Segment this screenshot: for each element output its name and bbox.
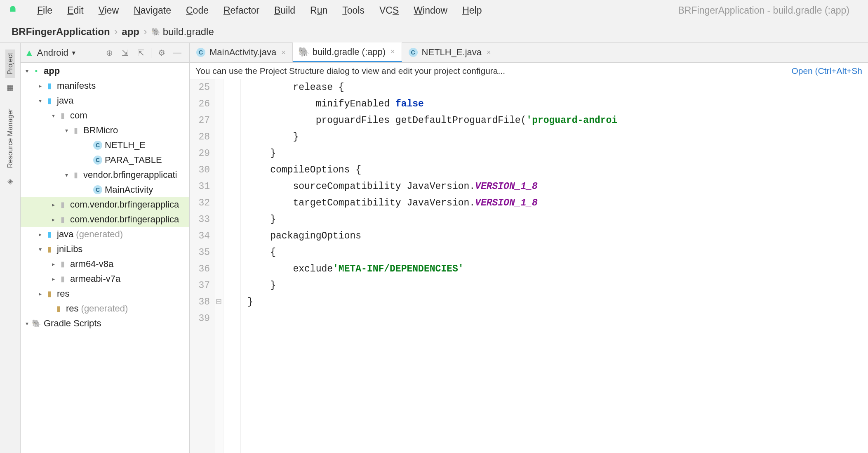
folder-icon: ▮ — [45, 229, 54, 239]
menu-edit[interactable]: Edit — [67, 5, 84, 16]
menu-file[interactable]: File — [37, 5, 52, 16]
package-icon: ▮ — [71, 125, 81, 135]
chevron-down-icon: ▾ — [49, 112, 58, 119]
tree-node-netlh[interactable]: C NETLH_E — [21, 138, 189, 153]
tab-mainactivity[interactable]: C MainActivity.java × — [190, 42, 293, 62]
project-rail-icon: ▦ — [7, 83, 14, 92]
menu-refactor[interactable]: Refactor — [223, 5, 259, 16]
chevron-right-icon: ▸ — [35, 231, 45, 238]
fold-gutter[interactable]: ⊟ — [214, 79, 223, 453]
tree-node-para-table[interactable]: C PARA_TABLE — [21, 153, 189, 168]
collapse-icon[interactable]: ⇲ — [118, 46, 132, 59]
class-icon: C — [93, 141, 102, 150]
chevron-down-icon: ▾ — [35, 97, 45, 104]
tree-node-com[interactable]: ▾ ▮ com — [21, 108, 189, 123]
package-icon: ▮ — [58, 111, 68, 120]
chevron-right-icon: ▸ — [49, 216, 58, 223]
gear-icon[interactable]: ⚙ — [155, 46, 168, 59]
tree-node-androidtest-pkg[interactable]: ▸ ▮ com.vendor.brfingerapplica — [21, 197, 189, 212]
breadcrumb-file[interactable]: build.gradle — [163, 26, 214, 38]
folder-icon: ▮ — [58, 274, 68, 284]
close-icon[interactable]: × — [390, 47, 395, 56]
expand-icon[interactable]: ⇱ — [134, 46, 147, 59]
folder-icon: ▮ — [45, 96, 54, 106]
folder-icon: ▮ — [45, 81, 54, 91]
package-icon: ▮ — [58, 200, 68, 210]
tree-node-jnilibs[interactable]: ▾ ▮ jniLibs — [21, 242, 189, 257]
menu-tools[interactable]: Tools — [342, 5, 365, 16]
folder-icon: ▮ — [54, 304, 64, 314]
tree-node-arm64[interactable]: ▸ ▮ arm64-v8a — [21, 257, 189, 271]
chevron-down-icon: ▾ — [22, 320, 31, 327]
project-tree-panel: ▲ Android ▼ ⊕ ⇲ ⇱ ⚙ — ▾ ▪ app ▸ ▮ manife… — [21, 43, 190, 453]
project-view-dropdown[interactable]: ▲ Android ▼ — [25, 47, 76, 58]
breadcrumb: BRFingerApplication › app › 🐘 build.grad… — [0, 21, 868, 43]
code-editor[interactable]: 252627282930313233343536373839 ⊟ release… — [190, 79, 868, 453]
chevron-right-icon: ▸ — [35, 290, 45, 297]
menu-vcs[interactable]: VCS — [379, 5, 399, 16]
tree-node-brmicro[interactable]: ▾ ▮ BRMicro — [21, 123, 189, 138]
tree-node-gradle-scripts[interactable]: ▾ 🐘 Gradle Scripts — [21, 316, 189, 331]
gradle-icon: 🐘 — [299, 47, 308, 57]
chevron-right-icon: › — [143, 25, 147, 38]
chevron-right-icon: ▸ — [49, 261, 58, 267]
class-icon: C — [409, 48, 418, 57]
folder-icon: ▮ — [45, 244, 54, 254]
menu-window[interactable]: Window — [414, 5, 447, 16]
editor-tab-bar: C MainActivity.java × 🐘 build.gradle (:a… — [190, 43, 868, 63]
module-icon: ▪ — [31, 66, 41, 76]
project-toolbar: ▲ Android ▼ ⊕ ⇲ ⇱ ⚙ — — [21, 43, 189, 63]
resource-manager-icon: ◈ — [7, 177, 13, 186]
locate-icon[interactable]: ⊕ — [103, 46, 116, 59]
close-icon[interactable]: × — [487, 48, 491, 57]
tool-resource-manager[interactable]: Resource Manager — [5, 105, 15, 172]
tree-node-java-generated[interactable]: ▸ ▮ java (generated) — [21, 227, 189, 242]
tab-build-gradle[interactable]: 🐘 build.gradle (:app) × — [293, 42, 402, 62]
menu-navigate[interactable]: Navigate — [134, 5, 171, 16]
menu-build[interactable]: Build — [274, 5, 295, 16]
class-icon: C — [93, 156, 102, 165]
code-content[interactable]: release { minifyEnabled false proguardFi… — [241, 79, 868, 453]
chevron-right-icon: › — [114, 25, 118, 38]
folder-icon: ▮ — [58, 259, 68, 269]
menu-help[interactable]: Help — [462, 5, 482, 16]
menu-view[interactable]: View — [99, 5, 119, 16]
package-icon: ▮ — [58, 215, 68, 224]
tree-node-java[interactable]: ▾ ▮ java — [21, 93, 189, 108]
line-number-gutter: 252627282930313233343536373839 — [190, 79, 214, 453]
folder-icon: ▮ — [45, 289, 54, 299]
menu-run[interactable]: Run — [310, 5, 327, 16]
chevron-down-icon: ▾ — [22, 68, 31, 74]
info-bar-open-link[interactable]: Open (Ctrl+Alt+Sh — [791, 66, 862, 76]
tab-netlh[interactable]: C NETLH_E.java × — [402, 42, 498, 62]
gradle-icon: 🐘 — [151, 27, 160, 36]
chevron-down-icon: ▾ — [62, 127, 71, 134]
menu-code[interactable]: Code — [186, 5, 209, 16]
tree-node-armeabi[interactable]: ▸ ▮ armeabi-v7a — [21, 271, 189, 286]
chevron-down-icon: ▾ — [35, 246, 45, 252]
window-title: BRFingerApplication - build.gradle (:app… — [678, 5, 864, 16]
chevron-right-icon: ▸ — [49, 201, 58, 208]
breadcrumb-module[interactable]: app — [122, 26, 139, 38]
chevron-right-icon: ▸ — [49, 276, 58, 282]
tree-node-res[interactable]: ▸ ▮ res — [21, 286, 189, 301]
tree-node-manifests[interactable]: ▸ ▮ manifests — [21, 78, 189, 93]
gradle-icon: 🐘 — [31, 319, 41, 328]
tree-node-vendor-pkg[interactable]: ▾ ▮ vendor.brfingerapplicati — [21, 168, 189, 182]
minimize-icon[interactable]: — — [171, 46, 184, 59]
class-icon: C — [93, 185, 102, 194]
tree-node-res-generated[interactable]: ▮ res (generated) — [21, 301, 189, 316]
tree-node-test-pkg[interactable]: ▸ ▮ com.vendor.brfingerapplica — [21, 212, 189, 227]
info-bar-text: You can use the Project Structure dialog… — [195, 66, 786, 76]
class-icon: C — [196, 48, 205, 57]
chevron-right-icon: ▸ — [35, 83, 45, 89]
tool-project[interactable]: Project — [5, 50, 15, 78]
chevron-down-icon: ▾ — [62, 172, 71, 178]
close-icon[interactable]: × — [281, 48, 286, 57]
tree-node-mainactivity[interactable]: C MainActivity — [21, 182, 189, 197]
editor-info-bar: You can use the Project Structure dialog… — [190, 63, 868, 79]
breadcrumb-project[interactable]: BRFingerApplication — [12, 26, 110, 38]
left-tool-rail: Project ▦ Resource Manager ◈ — [0, 43, 21, 453]
android-logo-icon — [7, 4, 18, 17]
tree-node-app[interactable]: ▾ ▪ app — [21, 64, 189, 78]
